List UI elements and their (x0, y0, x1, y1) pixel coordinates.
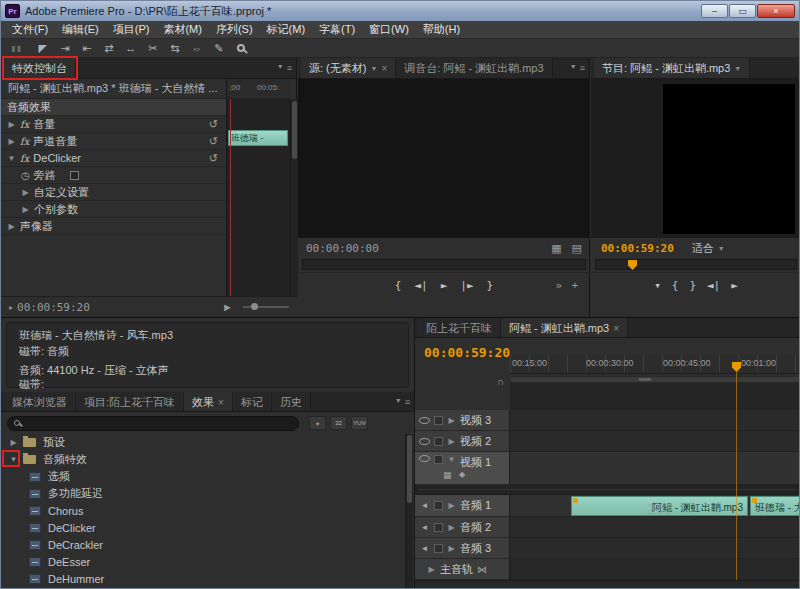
tree-bin-audio-effects[interactable]: ▼ 音频特效 (1, 451, 406, 468)
menu-window[interactable]: 窗口(W) (362, 22, 416, 37)
effect-controls-timecode[interactable]: 00:00:59:20 (17, 301, 90, 314)
panel-dropdown-icon[interactable]: ▼ (570, 63, 577, 73)
program-playhead[interactable] (628, 260, 637, 270)
bypass-checkbox[interactable] (70, 171, 79, 180)
twirl-icon[interactable]: ▶ (21, 188, 30, 197)
source-dropdown-icon[interactable]: ▼ (370, 65, 377, 72)
sequence-close-icon[interactable]: × (613, 323, 619, 334)
tab-sequence-1[interactable]: 陌上花千百味 (418, 318, 501, 337)
twirl-icon[interactable]: ▼ (7, 154, 16, 163)
effect-row-channel-volume[interactable]: ▶ fx 声道音量 ↺ (1, 133, 226, 150)
panel-menu-icon[interactable]: ≡ (405, 397, 410, 407)
track-toggle[interactable] (434, 437, 443, 446)
twirl-icon[interactable]: ▶ (9, 438, 18, 447)
eye-icon[interactable] (419, 438, 430, 445)
track-lane-master[interactable] (510, 559, 800, 580)
source-scrubber[interactable] (302, 259, 586, 270)
panel-grip[interactable]: ▮▮ (11, 44, 22, 53)
speaker-icon[interactable]: ◄ (419, 544, 430, 553)
twirl-icon[interactable]: ▶ (7, 137, 16, 146)
source-timecode[interactable]: 00:00:00:00 (306, 242, 379, 255)
menu-title[interactable]: 字幕(T) (312, 22, 362, 37)
menu-file[interactable]: 文件(F) (5, 22, 55, 37)
ripple-edit-tool-icon[interactable]: ⇤ (76, 40, 98, 57)
tree-effect-decrackler[interactable]: DeCrackler (1, 536, 406, 553)
zoom-slider[interactable] (243, 306, 289, 308)
step-forward-button[interactable]: |► (460, 279, 473, 292)
speaker-icon[interactable]: ◄ (419, 501, 430, 510)
track-header-video-3[interactable]: ▶ 视频 3 (415, 410, 510, 431)
tab-history[interactable]: 历史 (272, 392, 311, 411)
close-button[interactable]: × (757, 4, 795, 18)
track-lane-audio-2[interactable] (510, 517, 800, 538)
twirl-icon[interactable]: ▼ (447, 455, 456, 464)
thumbnail-style-icon[interactable]: ▦ (443, 470, 452, 480)
tab-audio-mixer[interactable]: 调音台: 阿鲲 - 渊虹出鞘.mp3 (396, 58, 552, 78)
eye-icon[interactable] (419, 417, 430, 424)
track-toggle[interactable] (434, 523, 443, 532)
track-lane-audio-3[interactable] (510, 538, 800, 559)
menu-help[interactable]: 帮助(H) (416, 22, 467, 37)
goto-in-button[interactable]: { (395, 279, 402, 292)
effect-row-custom-setup[interactable]: ▶ 自定义设置 (1, 184, 226, 201)
tab-effects[interactable]: 效果 × (184, 392, 233, 411)
twirl-icon[interactable]: ▶ (447, 544, 456, 553)
tab-effect-controls[interactable]: 特效控制台 (4, 58, 76, 78)
32bit-color-filter-button[interactable]: 32 (330, 416, 347, 430)
track-header-audio-2[interactable]: ◄ ▶ 音频 2 (415, 517, 510, 538)
play-button[interactable]: ► (441, 279, 448, 292)
reset-effect-icon[interactable]: ↺ (209, 135, 218, 148)
zoom-level-select[interactable]: 适合 ▼ (692, 241, 725, 256)
rolling-edit-tool-icon[interactable]: ⇄ (98, 40, 120, 57)
track-header-master[interactable]: ▶ 主音轨 ⋈ (415, 559, 510, 580)
slip-tool-icon[interactable]: ⇆ (164, 40, 186, 57)
reset-effect-icon[interactable]: ↺ (209, 152, 218, 165)
safe-margins-icon[interactable]: ▦ (551, 242, 561, 255)
video-audio-divider[interactable] (415, 485, 800, 495)
effect-controls-mini-timeline[interactable]: 班德瑞 - (226, 99, 290, 296)
track-toggle[interactable] (434, 544, 443, 553)
tree-effect-dehummer[interactable]: DeHummer (1, 570, 406, 587)
menu-project[interactable]: 项目(P) (106, 22, 157, 37)
speaker-icon[interactable]: ◄ (419, 523, 430, 532)
menu-clip[interactable]: 素材(M) (156, 22, 209, 37)
track-header-audio-1[interactable]: ◄ ▶ 音频 1 (415, 495, 510, 517)
snap-toggle-icon[interactable]: ∩ (497, 376, 504, 387)
tree-effect-declicker[interactable]: DeClicker (1, 519, 406, 536)
toggle-animation-icon[interactable]: ◷ (21, 170, 30, 181)
effect-row-volume[interactable]: ▶ fx 音量 ↺ (1, 116, 226, 133)
track-header-video-1[interactable]: ▼ 视频 1 ▦ ◆ (415, 452, 510, 485)
export-frame-icon[interactable]: ▤ (572, 242, 582, 255)
track-select-tool-icon[interactable]: ⇥ (54, 40, 76, 57)
maximize-button[interactable]: ▭ (729, 4, 756, 18)
goto-out-button[interactable]: } (487, 279, 494, 292)
tree-bin-presets[interactable]: ▶ 预设 (1, 434, 406, 451)
timeline-timecode[interactable]: 00:00:59:20 (424, 345, 510, 360)
panel-dropdown-icon[interactable]: ▼ (277, 63, 284, 73)
twirl-icon[interactable]: ▶ (7, 120, 16, 129)
program-timecode[interactable]: 00:00:59:20 (601, 242, 674, 255)
time-ruler[interactable]: 00:15:00 00:00:30:00 00:00:45:00 00:01:0… (510, 354, 800, 374)
audio-clip-bandari[interactable]: 班德瑞 - 大 (750, 496, 800, 516)
effects-close-icon[interactable]: × (218, 397, 224, 408)
more-buttons-icon[interactable]: » (555, 279, 562, 292)
keyframe-display-icon[interactable]: ◆ (459, 470, 465, 479)
effect-row-panner[interactable]: ▶ 声像器 (1, 218, 226, 235)
minimize-button[interactable]: – (701, 4, 728, 18)
reset-effect-icon[interactable]: ↺ (209, 118, 218, 131)
tree-effect-multitap-delay[interactable]: 多功能延迟 (1, 485, 406, 502)
panel-menu-icon[interactable]: ≡ (580, 63, 585, 73)
goto-in-button[interactable]: { (672, 279, 679, 292)
track-header-audio-3[interactable]: ◄ ▶ 音频 3 (415, 538, 510, 559)
yuv-effects-filter-button[interactable]: YUV (351, 416, 368, 430)
selection-tool-icon[interactable]: ◤ (32, 40, 54, 57)
source-close-icon[interactable]: × (381, 63, 387, 74)
tab-program[interactable]: 节目: 阿鲲 - 渊虹出鞘.mp3 ▼ (594, 58, 750, 78)
tab-source[interactable]: 源: (无素材) ▼ × (301, 58, 396, 78)
menu-edit[interactable]: 编辑(E) (55, 22, 106, 37)
twirl-icon[interactable]: ▶ (7, 222, 16, 231)
pen-tool-icon[interactable]: ✎ (208, 40, 230, 57)
accelerated-effects-filter-button[interactable]: ✦ (309, 416, 326, 430)
panel-menu-icon[interactable]: ≡ (287, 63, 292, 73)
effect-row-declicker[interactable]: ▼ fx DeClicker ↺ (1, 150, 226, 167)
